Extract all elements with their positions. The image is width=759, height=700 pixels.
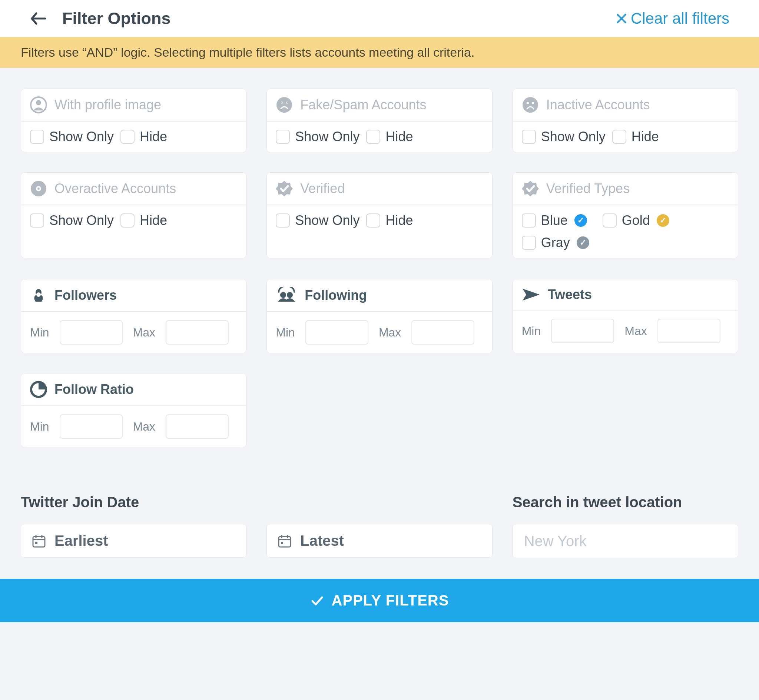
hide-label: Hide (386, 129, 413, 145)
profile-image-show-only-checkbox[interactable]: Show Only (30, 129, 114, 145)
max-label: Max (625, 324, 647, 338)
max-label: Max (133, 420, 155, 434)
svg-point-10 (532, 102, 534, 104)
svg-marker-14 (276, 181, 293, 196)
svg-point-9 (526, 102, 529, 104)
latest-label: Latest (300, 533, 344, 549)
min-label: Min (522, 324, 541, 338)
back-arrow[interactable] (30, 11, 47, 26)
tweet-location-input[interactable] (512, 524, 738, 558)
filter-card-verified-types: Verified Types Blue ✓ Gold ✓ (512, 172, 738, 258)
hide-label: Hide (140, 129, 167, 145)
clear-all-filters-button[interactable]: Clear all filters (616, 9, 729, 27)
show-only-label: Show Only (295, 213, 359, 228)
filter-title: Inactive Accounts (546, 97, 650, 112)
verified-type-blue-label: Blue (541, 213, 568, 228)
verified-hide-checkbox[interactable]: Hide (366, 213, 413, 228)
svg-point-13 (37, 188, 40, 190)
blue-badge-icon: ✓ (575, 214, 587, 227)
svg-text:x: x (286, 100, 287, 105)
followratio-max-input[interactable] (166, 414, 229, 439)
inactive-hide-checkbox[interactable]: Hide (612, 129, 659, 145)
gray-badge-icon: ✓ (577, 236, 589, 249)
fakespam-hide-checkbox[interactable]: Hide (366, 129, 413, 145)
range-card-following: Following Min Max (267, 279, 492, 353)
svg-text:x: x (281, 100, 283, 105)
overactive-hide-checkbox[interactable]: Hide (120, 213, 167, 228)
range-card-followers: Followers Min Max (21, 279, 247, 353)
tweets-min-input[interactable] (551, 319, 614, 343)
profile-image-hide-checkbox[interactable]: Hide (120, 129, 167, 145)
follow-ratio-icon (30, 381, 47, 398)
apply-filters-button[interactable]: APPLY FILTERS (0, 579, 759, 622)
apply-filters-label: APPLY FILTERS (332, 592, 449, 609)
close-icon (616, 13, 627, 24)
verified-icon (276, 180, 293, 197)
followers-min-input[interactable] (60, 320, 123, 345)
verified-type-blue-checkbox[interactable]: Blue ✓ (522, 213, 587, 228)
followers-max-input[interactable] (166, 320, 229, 345)
verified-type-gold-label: Gold (622, 213, 650, 228)
tweets-max-input[interactable] (657, 319, 720, 343)
calendar-icon (277, 534, 292, 548)
verified-type-gray-checkbox[interactable]: Gray ✓ (522, 235, 589, 250)
hide-label: Hide (386, 213, 413, 228)
inactive-show-only-checkbox[interactable]: Show Only (522, 129, 606, 145)
calendar-icon (31, 534, 46, 548)
join-date-latest-picker[interactable]: Latest (267, 524, 492, 558)
filter-card-overactive: Overactive Accounts Show Only Hide (21, 172, 247, 258)
svg-point-16 (36, 292, 41, 297)
followratio-min-input[interactable] (60, 414, 123, 439)
min-label: Min (30, 420, 49, 434)
max-label: Max (379, 326, 401, 339)
following-min-input[interactable] (305, 320, 369, 345)
inactive-icon (522, 96, 539, 113)
svg-point-4 (36, 100, 41, 105)
following-max-input[interactable] (411, 320, 474, 345)
svg-rect-21 (33, 537, 45, 547)
join-date-section-label: Twitter Join Date (21, 494, 247, 511)
svg-marker-15 (522, 181, 539, 196)
verified-types-icon (522, 180, 539, 197)
overactive-show-only-checkbox[interactable]: Show Only (30, 213, 114, 228)
range-card-tweets: Tweets Min Max (512, 279, 738, 353)
min-label: Min (276, 326, 295, 339)
followers-icon (30, 287, 47, 304)
range-card-follow-ratio: Follow Ratio Min Max (21, 373, 247, 447)
show-only-label: Show Only (49, 129, 114, 145)
clear-all-filters-label: Clear all filters (631, 9, 729, 27)
filter-title: Verified Types (546, 181, 629, 196)
filter-card-verified: Verified Show Only Hide (267, 172, 492, 258)
svg-rect-30 (281, 542, 283, 544)
earliest-label: Earliest (55, 533, 108, 549)
range-title: Followers (55, 288, 117, 303)
svg-point-8 (523, 97, 538, 112)
svg-marker-19 (523, 289, 540, 300)
max-label: Max (133, 326, 155, 339)
show-only-label: Show Only (49, 213, 114, 228)
verified-type-gray-label: Gray (541, 235, 570, 250)
check-icon (310, 594, 324, 608)
range-title: Following (305, 288, 367, 303)
profile-image-icon (30, 96, 47, 113)
location-section-label: Search in tweet location (512, 494, 738, 511)
filter-title: With profile image (55, 97, 161, 112)
following-icon (276, 287, 297, 304)
hide-label: Hide (140, 213, 167, 228)
svg-rect-25 (35, 542, 37, 544)
verified-show-only-checkbox[interactable]: Show Only (276, 213, 359, 228)
svg-point-5 (276, 97, 292, 112)
verified-type-gold-checkbox[interactable]: Gold ✓ (603, 213, 669, 228)
show-only-label: Show Only (541, 129, 606, 145)
filter-title: Verified (300, 181, 345, 196)
filter-title: Overactive Accounts (55, 181, 176, 196)
range-title: Follow Ratio (55, 382, 134, 397)
fake-spam-icon: x x (276, 96, 293, 113)
join-date-earliest-picker[interactable]: Earliest (21, 524, 247, 558)
gold-badge-icon: ✓ (657, 214, 669, 227)
tweets-icon (522, 287, 540, 302)
svg-point-17 (280, 292, 286, 298)
filter-card-fake-spam: x x Fake/Spam Accounts Show Only Hide (267, 89, 492, 152)
fakespam-show-only-checkbox[interactable]: Show Only (276, 129, 359, 145)
svg-rect-26 (279, 537, 290, 547)
